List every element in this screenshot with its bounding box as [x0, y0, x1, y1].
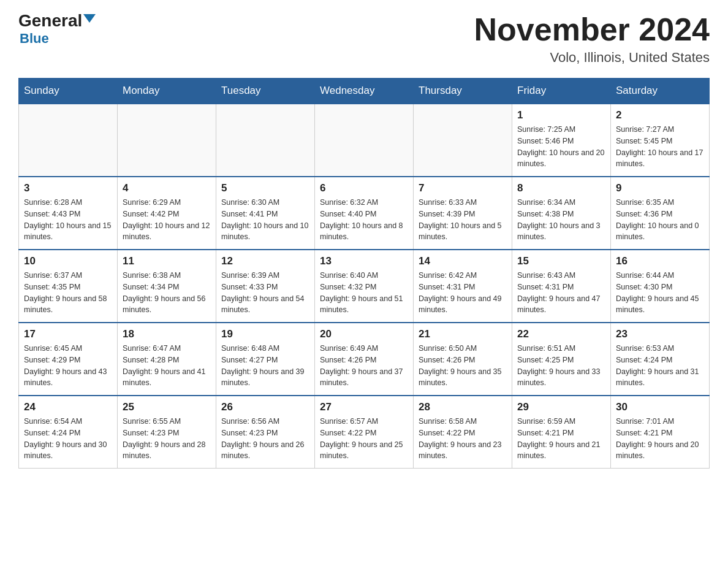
title-area: November 2024 Volo, Illinois, United Sta… — [474, 12, 710, 66]
day-number: 17 — [24, 328, 112, 340]
day-number: 29 — [517, 401, 605, 413]
day-info: Sunrise: 6:44 AMSunset: 4:30 PMDaylight:… — [616, 270, 704, 316]
day-info: Sunrise: 6:28 AMSunset: 4:43 PMDaylight:… — [24, 197, 112, 243]
day-number: 20 — [320, 328, 408, 340]
col-wednesday: Wednesday — [315, 79, 414, 104]
day-number: 10 — [24, 255, 112, 267]
table-row: 14Sunrise: 6:42 AMSunset: 4:31 PMDayligh… — [414, 250, 512, 323]
table-row: 3Sunrise: 6:28 AMSunset: 4:43 PMDaylight… — [19, 177, 118, 250]
col-tuesday: Tuesday — [216, 79, 315, 104]
day-number: 12 — [221, 255, 309, 267]
day-info: Sunrise: 6:59 AMSunset: 4:21 PMDaylight:… — [517, 416, 605, 462]
col-friday: Friday — [512, 79, 611, 104]
day-number: 24 — [24, 401, 112, 413]
logo: General Blue — [18, 12, 96, 47]
day-info: Sunrise: 6:30 AMSunset: 4:41 PMDaylight:… — [221, 197, 309, 243]
day-info: Sunrise: 6:43 AMSunset: 4:31 PMDaylight:… — [517, 270, 605, 316]
table-row: 30Sunrise: 7:01 AMSunset: 4:21 PMDayligh… — [611, 396, 710, 469]
table-row: 17Sunrise: 6:45 AMSunset: 4:29 PMDayligh… — [19, 323, 118, 396]
calendar-week-row: 24Sunrise: 6:54 AMSunset: 4:24 PMDayligh… — [19, 396, 710, 469]
day-info: Sunrise: 7:25 AMSunset: 5:46 PMDaylight:… — [517, 124, 605, 170]
day-number: 19 — [221, 328, 309, 340]
location-title: Volo, Illinois, United States — [474, 50, 710, 66]
day-info: Sunrise: 6:49 AMSunset: 4:26 PMDaylight:… — [320, 343, 408, 389]
page: General Blue November 2024 Volo, Illinoi… — [0, 0, 728, 487]
calendar-week-row: 3Sunrise: 6:28 AMSunset: 4:43 PMDaylight… — [19, 177, 710, 250]
day-number: 8 — [517, 182, 605, 194]
logo-triangle-icon — [83, 14, 96, 23]
table-row: 1Sunrise: 7:25 AMSunset: 5:46 PMDaylight… — [512, 104, 611, 177]
day-info: Sunrise: 6:45 AMSunset: 4:29 PMDaylight:… — [24, 343, 112, 389]
table-row: 13Sunrise: 6:40 AMSunset: 4:32 PMDayligh… — [315, 250, 414, 323]
calendar: Sunday Monday Tuesday Wednesday Thursday… — [18, 78, 710, 469]
day-info: Sunrise: 6:29 AMSunset: 4:42 PMDaylight:… — [123, 197, 211, 243]
day-number: 27 — [320, 401, 408, 413]
table-row — [216, 104, 315, 177]
table-row: 11Sunrise: 6:38 AMSunset: 4:34 PMDayligh… — [118, 250, 216, 323]
logo-general-text: General — [18, 12, 82, 29]
logo-blue-text: Blue — [20, 31, 49, 47]
day-info: Sunrise: 7:27 AMSunset: 5:45 PMDaylight:… — [616, 124, 704, 170]
table-row: 6Sunrise: 6:32 AMSunset: 4:40 PMDaylight… — [315, 177, 414, 250]
header: General Blue November 2024 Volo, Illinoi… — [18, 12, 710, 66]
day-info: Sunrise: 6:40 AMSunset: 4:32 PMDaylight:… — [320, 270, 408, 316]
day-info: Sunrise: 6:57 AMSunset: 4:22 PMDaylight:… — [320, 416, 408, 462]
day-number: 2 — [616, 109, 704, 121]
day-info: Sunrise: 6:58 AMSunset: 4:22 PMDaylight:… — [419, 416, 507, 462]
day-info: Sunrise: 6:50 AMSunset: 4:26 PMDaylight:… — [419, 343, 507, 389]
table-row: 22Sunrise: 6:51 AMSunset: 4:25 PMDayligh… — [512, 323, 611, 396]
col-thursday: Thursday — [414, 79, 512, 104]
day-info: Sunrise: 6:51 AMSunset: 4:25 PMDaylight:… — [517, 343, 605, 389]
day-info: Sunrise: 6:42 AMSunset: 4:31 PMDaylight:… — [419, 270, 507, 316]
table-row: 25Sunrise: 6:55 AMSunset: 4:23 PMDayligh… — [118, 396, 216, 469]
day-info: Sunrise: 6:39 AMSunset: 4:33 PMDaylight:… — [221, 270, 309, 316]
table-row: 7Sunrise: 6:33 AMSunset: 4:39 PMDaylight… — [414, 177, 512, 250]
day-number: 7 — [419, 182, 507, 194]
calendar-header-row: Sunday Monday Tuesday Wednesday Thursday… — [19, 79, 710, 104]
day-number: 30 — [616, 401, 704, 413]
table-row: 16Sunrise: 6:44 AMSunset: 4:30 PMDayligh… — [611, 250, 710, 323]
day-number: 4 — [123, 182, 211, 194]
table-row: 5Sunrise: 6:30 AMSunset: 4:41 PMDaylight… — [216, 177, 315, 250]
table-row: 10Sunrise: 6:37 AMSunset: 4:35 PMDayligh… — [19, 250, 118, 323]
day-number: 26 — [221, 401, 309, 413]
day-info: Sunrise: 6:54 AMSunset: 4:24 PMDaylight:… — [24, 416, 112, 462]
table-row: 15Sunrise: 6:43 AMSunset: 4:31 PMDayligh… — [512, 250, 611, 323]
table-row: 18Sunrise: 6:47 AMSunset: 4:28 PMDayligh… — [118, 323, 216, 396]
month-title: November 2024 — [474, 12, 710, 47]
day-number: 14 — [419, 255, 507, 267]
col-saturday: Saturday — [611, 79, 710, 104]
day-number: 23 — [616, 328, 704, 340]
day-number: 18 — [123, 328, 211, 340]
col-sunday: Sunday — [19, 79, 118, 104]
day-info: Sunrise: 6:38 AMSunset: 4:34 PMDaylight:… — [123, 270, 211, 316]
table-row: 27Sunrise: 6:57 AMSunset: 4:22 PMDayligh… — [315, 396, 414, 469]
day-info: Sunrise: 6:35 AMSunset: 4:36 PMDaylight:… — [616, 197, 704, 243]
day-info: Sunrise: 6:48 AMSunset: 4:27 PMDaylight:… — [221, 343, 309, 389]
day-info: Sunrise: 6:53 AMSunset: 4:24 PMDaylight:… — [616, 343, 704, 389]
table-row: 28Sunrise: 6:58 AMSunset: 4:22 PMDayligh… — [414, 396, 512, 469]
day-number: 22 — [517, 328, 605, 340]
day-number: 16 — [616, 255, 704, 267]
day-number: 6 — [320, 182, 408, 194]
calendar-week-row: 1Sunrise: 7:25 AMSunset: 5:46 PMDaylight… — [19, 104, 710, 177]
table-row: 26Sunrise: 6:56 AMSunset: 4:23 PMDayligh… — [216, 396, 315, 469]
day-number: 5 — [221, 182, 309, 194]
day-number: 13 — [320, 255, 408, 267]
day-info: Sunrise: 6:32 AMSunset: 4:40 PMDaylight:… — [320, 197, 408, 243]
table-row: 19Sunrise: 6:48 AMSunset: 4:27 PMDayligh… — [216, 323, 315, 396]
day-number: 21 — [419, 328, 507, 340]
calendar-week-row: 17Sunrise: 6:45 AMSunset: 4:29 PMDayligh… — [19, 323, 710, 396]
day-number: 11 — [123, 255, 211, 267]
table-row: 4Sunrise: 6:29 AMSunset: 4:42 PMDaylight… — [118, 177, 216, 250]
table-row: 23Sunrise: 6:53 AMSunset: 4:24 PMDayligh… — [611, 323, 710, 396]
day-number: 1 — [517, 109, 605, 121]
table-row — [414, 104, 512, 177]
day-info: Sunrise: 6:33 AMSunset: 4:39 PMDaylight:… — [419, 197, 507, 243]
day-info: Sunrise: 6:56 AMSunset: 4:23 PMDaylight:… — [221, 416, 309, 462]
day-number: 3 — [24, 182, 112, 194]
table-row: 21Sunrise: 6:50 AMSunset: 4:26 PMDayligh… — [414, 323, 512, 396]
table-row — [315, 104, 414, 177]
calendar-week-row: 10Sunrise: 6:37 AMSunset: 4:35 PMDayligh… — [19, 250, 710, 323]
col-monday: Monday — [118, 79, 216, 104]
